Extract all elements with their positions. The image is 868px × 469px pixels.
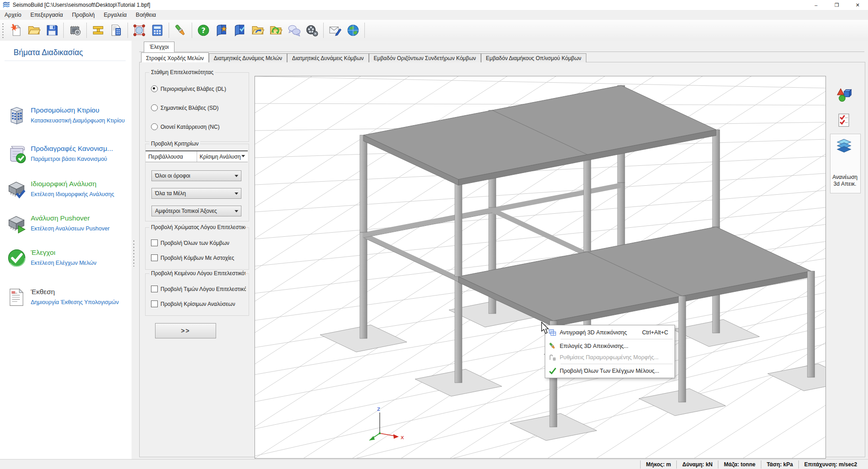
radio-label: Οιονεί Κατάρρευση (NC)	[160, 124, 220, 130]
maximize-button[interactable]: ❐	[826, 0, 847, 10]
sidebar-item-report[interactable]: Έκθεση Δημιουργία Έκθεσης Υπολογισμών	[0, 287, 132, 316]
report-button[interactable]	[107, 21, 125, 39]
3d-view-options-button[interactable]	[835, 85, 854, 104]
checkbox-icon	[151, 286, 158, 292]
tab-member-shear-forces[interactable]: Διατμητικές Δυνάμεις Μελών	[209, 53, 287, 62]
viewport-context-menu: Αντιγραφή 3D Απεικόνισης Ctrl+Alt+C Επιλ…	[545, 325, 675, 378]
tab-joint-longitudinal-reinforcement-area[interactable]: Εμβαδόν Διαμήκους Οπλισμού Κόμβων	[481, 53, 586, 62]
checkbox-show-critical-analyses[interactable]: Προβολή Κρίσιμων Αναλύσεων	[151, 300, 235, 307]
calculator-button[interactable]	[148, 21, 166, 39]
menu-3d-view-options[interactable]: Επιλογές 3D Απεικόνισης...	[545, 340, 675, 352]
3d-viewport[interactable]: z x	[255, 76, 826, 459]
radio-limited-damage[interactable]: Περιορισμένες Βλάβες (DL)	[151, 85, 226, 92]
criteria-view-label: Προβολή Κριτηρίων	[149, 141, 200, 147]
display-options-button[interactable]	[171, 21, 189, 39]
deformed-shape-icon	[545, 353, 560, 361]
checkbox-show-all-nodes[interactable]: Προβολή Όλων των Κόμβων	[151, 239, 229, 246]
new-project-button[interactable]	[7, 21, 25, 39]
sidebar-item-pushover-analysis[interactable]: Ανάλυση Pushover Εκτέλεση Αναλύσεων Push…	[0, 213, 132, 242]
close-button[interactable]: ✕	[847, 0, 868, 10]
minimize-button[interactable]: –	[806, 0, 826, 10]
checkbox-show-failed-nodes[interactable]: Προβολή Κόμβων Με Αστοχίες	[151, 254, 234, 261]
radio-label: Περιορισμένες Βλάβες (DL)	[160, 86, 226, 92]
critical-analysis-cell[interactable]: Κρίσιμη Ανάλυση	[197, 151, 248, 162]
video-tutorials-button[interactable]	[303, 21, 321, 39]
member-checks-button[interactable]	[835, 111, 854, 130]
processor-settings-button[interactable]	[66, 21, 84, 39]
window-title: SeismoBuild [C:\Users\seismosoft\Desktop…	[13, 2, 150, 8]
menu-bar: Αρχείο Επεξεργασία Προβολή Εργαλεία Βοήθ…	[0, 10, 868, 20]
menu-view[interactable]: Προβολή	[67, 10, 99, 19]
sidebar-item-title: Έκθεση	[31, 288, 55, 296]
menu-show-all-member-checks[interactable]: Προβολή Όλων Των Ελέγχων Μέλους...	[545, 365, 675, 376]
ratio-color-label: Προβολή Χρώματος Λόγου Επιτελεστικότητας	[149, 224, 245, 230]
checkbox-show-ratio-values[interactable]: Προβολή Τιμών Λόγου Επιτελεστικότητας	[151, 286, 246, 292]
scroll-check-icon	[6, 144, 27, 164]
menu-copy-3d-view[interactable]: Αντιγραφή 3D Απεικόνισης Ctrl+Alt+C	[545, 327, 675, 338]
help-button[interactable]: ?	[194, 21, 212, 39]
forum-button[interactable]	[285, 21, 303, 39]
envelope-cell[interactable]: Περιβάλλουσα	[146, 151, 197, 162]
checkbox-label: Προβολή Κρίσιμων Αναλύσεων	[160, 301, 235, 307]
ratio-text-group: Προβολή Κειμένου Λόγου Επιτελεστικότητας…	[145, 273, 249, 316]
status-bar: Μήκος: m Δύναμη: kN Μάζα: tonne Τάση: kP…	[0, 459, 868, 469]
local-axes-dropdown[interactable]: Αμφότεροι Τοπικοί Άξονες	[151, 206, 241, 216]
menu-edit[interactable]: Επεξεργασία	[26, 10, 67, 19]
frame-sections-button[interactable]	[89, 21, 107, 39]
layers-button[interactable]	[835, 136, 854, 155]
open-project-button[interactable]	[25, 21, 43, 39]
program-files-folder-button[interactable]	[249, 21, 267, 39]
radio-near-collapse[interactable]: Οιονεί Κατάρρευση (NC)	[151, 123, 220, 130]
refresh-3d-label: Ανανέωση 3d Απεικ.	[830, 174, 860, 188]
expand-panel-button[interactable]: >>	[155, 323, 216, 338]
sidebar-item-title: Ιδιομορφική Ανάλυση	[31, 180, 97, 188]
toolbar-separator	[323, 23, 324, 38]
tab-checks[interactable]: Έλεγχοι	[144, 42, 175, 52]
sidebar-splitter[interactable]	[132, 41, 136, 459]
save-project-button[interactable]	[43, 21, 61, 39]
menu-separator	[561, 364, 673, 364]
tab-joint-shear-forces[interactable]: Διατμητικές Δυνάμεις Κόμβων	[287, 53, 368, 62]
sidebar-item-code-requirements[interactable]: Προδιαγραφές Κανονισμ... Παράμετροι βάσε…	[0, 144, 132, 173]
toolbar-separator	[63, 23, 64, 38]
sidebar-item-subtitle: Κατασκευαστική Διαμόρφωση Κτιρίου	[31, 117, 127, 124]
menu-help[interactable]: Βοήθεια	[131, 10, 160, 19]
envelope-critical-selector[interactable]: Περιβάλλουσα Κρίσιμη Ανάλυση	[146, 150, 248, 162]
storeys-dropdown[interactable]: Όλοι οι όροφοι	[151, 170, 241, 181]
toolbar-separator	[169, 23, 169, 38]
refresh-folder-button[interactable]	[267, 21, 285, 39]
menu-file[interactable]: Αρχείο	[0, 10, 26, 19]
status-length-unit: Μήκος: m	[640, 460, 676, 469]
checkbox-label: Προβολή Όλων των Κόμβων	[160, 240, 229, 246]
ratio-text-label: Προβολή Κειμένου Λόγου Επιτελεστικότητας	[149, 270, 245, 277]
tab-joint-horizontal-hoop-area[interactable]: Εμβαδόν Οριζόντιων Συνδετήρων Κόμβων	[369, 53, 481, 62]
checkbox-label: Προβολή Κόμβων Με Αστοχίες	[160, 255, 234, 261]
storeys-value: Όλοι οι όροφοι	[155, 173, 190, 179]
menu-tools[interactable]: Εργαλεία	[99, 10, 132, 19]
ratio-color-group: Προβολή Χρώματος Λόγου Επιτελεστικότητας…	[145, 227, 249, 270]
tab-chord-rotations[interactable]: Στροφές Χορδής Μελών	[141, 52, 209, 62]
radio-label: Σημαντικές Βλάβες (SD)	[160, 105, 219, 111]
green-check-icon	[545, 367, 560, 375]
sidebar-item-building-modelling[interactable]: Προσομοίωση Κτιρίου Κατασκευαστική Διαμό…	[0, 105, 132, 141]
seismosoft-website-button[interactable]	[344, 21, 362, 39]
members-dropdown[interactable]: Όλα τα Μέλη	[151, 188, 241, 199]
refresh-label-line1: Ανανέωση	[830, 174, 860, 181]
status-stress-unit: Τάση: kPa	[761, 460, 798, 469]
toolbar-grip[interactable]	[2, 23, 4, 38]
tutorial-book-button[interactable]	[212, 21, 231, 39]
sidebar-item-title: Έλεγχοι	[31, 249, 55, 257]
sidebar-divider	[5, 61, 126, 61]
axes-triad: z x	[369, 405, 404, 441]
email-support-button[interactable]	[326, 21, 344, 39]
performance-level-group: Στάθμη Επιτελεστικότητας Περιορισμένες Β…	[145, 72, 249, 142]
sidebar-item-checks[interactable]: Έλεγχοι Εκτέλεση Ελέγχων Μελών	[0, 248, 132, 277]
chevron-down-icon	[235, 210, 238, 212]
bibliography-book-button[interactable]	[231, 21, 249, 39]
menu-item-label: Προβολή Όλων Των Ελέγχων Μέλους...	[560, 368, 659, 374]
radio-significant-damage[interactable]: Σημαντικές Βλάβες (SD)	[151, 104, 219, 111]
radio-icon	[151, 85, 158, 92]
tab-strip-baseline	[139, 52, 864, 52]
sidebar-item-eigenvalue-analysis[interactable]: Ιδιομορφική Ανάλυση Εκτέλεση Ιδιομορφική…	[0, 179, 132, 208]
3d-renderer-button[interactable]	[130, 21, 148, 39]
